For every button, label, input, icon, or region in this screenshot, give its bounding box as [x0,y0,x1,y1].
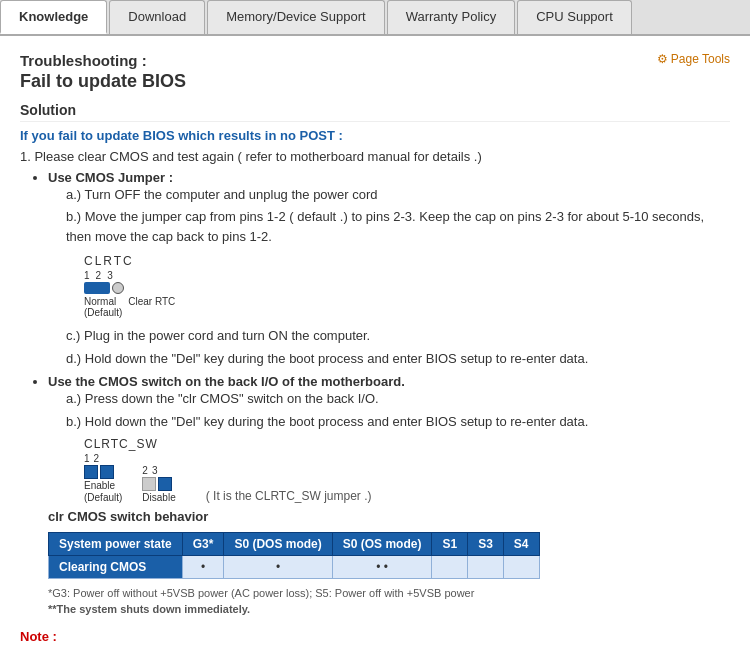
pins-normal [84,282,124,294]
th-os: S0 (OS mode) [332,533,432,556]
note-label: Note : [20,629,730,644]
sw-block-1-disable [142,477,156,491]
sub-a1: a.) Turn OFF the computer and unplug the… [66,185,730,205]
pin-normal-label: Normal [84,296,116,307]
sw-default-label: (Default) [84,492,122,503]
th-s4: S4 [503,533,539,556]
th-state: System power state [49,533,183,556]
sw-disable-group: 23 Disable [142,465,175,503]
bullet2-label: Use the CMOS switch on the back I/O of t… [48,374,405,389]
sub-b1: b.) Move the jumper cap from pins 1-2 ( … [66,207,730,246]
list-item-cmos-jumper: Use CMOS Jumper : a.) Turn OFF the compu… [48,170,730,369]
main-content: Page Tools Troubleshooting : Fail to upd… [0,36,750,650]
table-header-row: System power state G3* S0 (DOS mode) S0 … [49,533,540,556]
page-title-main: Fail to update BIOS [20,71,730,92]
clrtc-diagram: CLRTC 123 Normal Clear RTC [84,254,730,318]
td-os: • • [332,556,432,579]
pin-default-label: (Default) [84,307,122,318]
tab-bar: Knowledge Download Memory/Device Support… [0,0,750,36]
sub-c1: c.) Plug in the power cord and turn ON t… [66,326,730,346]
th-g3: G3* [182,533,224,556]
tab-download[interactable]: Download [109,0,205,34]
step1-text: 1. Please clear CMOS and test again ( re… [20,147,730,167]
tab-knowledge[interactable]: Knowledge [0,0,107,34]
th-s3: S3 [468,533,504,556]
clrtc-label: CLRTC [84,254,730,268]
pin-cap-normal [84,282,110,294]
pin-nums-normal: 123 [84,270,113,281]
sw-nums-enable: 12 [84,453,99,464]
section-solution: Solution [20,102,730,122]
pin-3-normal [112,282,124,294]
sub-d1: d.) Hold down the "Del" key during the b… [66,349,730,369]
sw-blocks-disable [142,477,172,491]
sw-disable-label: Disable [142,492,175,503]
pin-clear-label: Clear RTC [128,296,175,307]
instructions-list: Use CMOS Jumper : a.) Turn OFF the compu… [48,170,730,616]
jumper-normal: 123 Normal Clear RTC (Default) [84,270,175,318]
sw-enable-label: Enable [84,480,115,491]
tab-cpu[interactable]: CPU Support [517,0,632,34]
cmos-table: System power state G3* S0 (DOS mode) S0 … [48,532,540,579]
td-label: Clearing CMOS [49,556,183,579]
td-s3 [468,556,504,579]
td-g3: • [182,556,224,579]
sw-block-2-disable [158,477,172,491]
clrtc-sw-diagram: CLRTC_SW 12 Enable (Default) [84,437,730,503]
sw-blocks-enable [84,465,114,479]
sw-block-1-enable [84,465,98,479]
tab-warranty[interactable]: Warranty Policy [387,0,516,34]
table-row: Clearing CMOS • • • • [49,556,540,579]
page-tools-button[interactable]: Page Tools [657,52,730,66]
bullet1-label: Use CMOS Jumper : [48,170,173,185]
sw-block-2-enable [100,465,114,479]
sw-note: ( It is the CLRTC_SW jumper .) [206,489,372,503]
sw-enable-group: 12 Enable (Default) [84,453,122,503]
footnote1: *G3: Power off without +5VSB power (AC p… [48,587,730,599]
table-title: clr CMOS switch behavior [48,509,730,524]
sw-nums-disable: 23 [142,465,157,476]
th-dos: S0 (DOS mode) [224,533,332,556]
th-s1: S1 [432,533,468,556]
td-dos: • [224,556,332,579]
list-item-cmos-switch: Use the CMOS switch on the back I/O of t… [48,374,730,615]
td-s4 [503,556,539,579]
tab-memory[interactable]: Memory/Device Support [207,0,384,34]
footnote2: **The system shuts down immediately. [48,603,730,615]
clrtc-sw-label: CLRTC_SW [84,437,730,451]
page-title-prefix: Troubleshooting : [20,52,730,69]
td-s1 [432,556,468,579]
sub-b2: b.) Hold down the "Del" key during the b… [66,412,730,432]
sub-a2: a.) Press down the "clr CMOS" switch on … [66,389,730,409]
intro-text: If you fail to update BIOS which results… [20,128,730,143]
